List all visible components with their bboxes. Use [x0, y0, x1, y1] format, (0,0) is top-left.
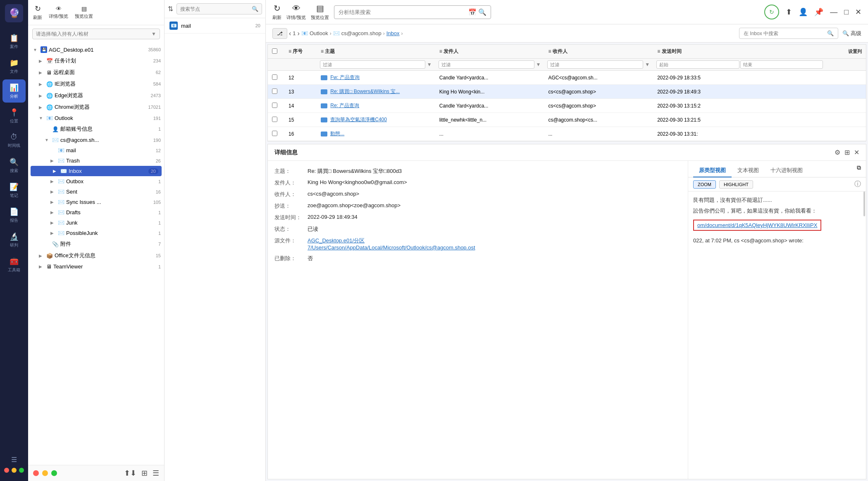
tree-item-sent[interactable]: ▶ ✉️ Sent 16	[28, 187, 164, 197]
tree-item-possible-junk[interactable]: ▶ ✉️ PossibleJunk 1	[28, 228, 164, 238]
table-row[interactable]: 13 Re: 購買□ Bowers&Wilkins 宝... King Ho W…	[268, 85, 866, 99]
detail-close-icon[interactable]: ✕	[854, 148, 859, 156]
sidebar-item-location[interactable]: 📍 位置	[2, 104, 26, 127]
tree-item-attachments[interactable]: ▶ 📎 附件 7	[28, 238, 164, 250]
row-subject[interactable]: Re: 产品查询	[317, 99, 435, 113]
info-icon[interactable]: ⓘ	[854, 180, 861, 189]
filter-recipient-input[interactable]	[547, 60, 643, 69]
breadcrumb-inbox[interactable]: Inbox	[386, 30, 400, 36]
filter-sender-input[interactable]	[439, 60, 534, 69]
expand-icon[interactable]: ▶	[50, 189, 56, 194]
footer-sort-button[interactable]: ⬆⬇	[124, 469, 136, 478]
breadcrumb-next[interactable]: ›	[298, 30, 300, 37]
table-row[interactable]: 12 Fw: 产品查询 Candle Yard<yardca... AGC<cs…	[268, 71, 866, 85]
sidebar-item-files[interactable]: 📁 文件	[2, 55, 26, 78]
filter-time-start-input[interactable]	[656, 60, 739, 69]
pin-icon[interactable]: 📌	[814, 7, 823, 17]
tree-item-agc-desktop[interactable]: ▼ 💾 AGC_Desktop.e01 35860	[28, 44, 164, 55]
main-search-icon[interactable]: 🔍	[478, 8, 486, 16]
highlighted-link[interactable]: om/document/d/1qK5AQleyHjWYK8UWlrKRXlIiP…	[693, 220, 821, 231]
tree-item-outlook[interactable]: ▼ 📧 Outlook 191	[28, 113, 164, 123]
expand-icon[interactable]: ▼	[39, 116, 45, 120]
file-search-dropdown-icon[interactable]: ▼	[151, 31, 156, 37]
main-search-input[interactable]	[339, 9, 468, 15]
tree-item-ie-browser[interactable]: ▶ 🌐 IE浏览器 584	[28, 78, 164, 90]
search-result-mail[interactable]: 📧 mail 20	[165, 18, 265, 34]
tree-item-teamviewer[interactable]: ▶ 🖥 TeamViewer 1	[28, 261, 164, 272]
select-all-checkbox[interactable]	[272, 48, 277, 54]
email-subject-link[interactable]: 查詢華為空氣清淨機C400	[330, 117, 387, 122]
refresh-button[interactable]: ↻ 刷新	[33, 4, 42, 21]
source-file-link[interactable]: AGC_Desktop.e01/分区7/Users/Carson/AppData…	[308, 237, 475, 251]
expand-icon[interactable]: ▶	[39, 59, 45, 63]
footer-grid-button[interactable]: ⊞	[141, 469, 148, 478]
email-subject-link[interactable]: Fw: 产品查询	[330, 74, 360, 80]
filter-sender-icon[interactable]: ▼	[536, 62, 541, 67]
expand-icon[interactable]: ▶	[39, 93, 45, 98]
table-row[interactable]: 16 動態... ... ... 2022-09-30 13:31:	[268, 127, 866, 141]
expand-icon[interactable]: ▼	[33, 48, 39, 52]
expand-icon[interactable]: ▶	[39, 254, 45, 258]
sort-icon[interactable]: ⇅	[168, 5, 173, 13]
email-subject-link[interactable]: Re: 产品查询	[330, 103, 359, 108]
tree-item-cs-agcom[interactable]: ▼ ✉️ cs@agcom.sh... 190	[28, 135, 164, 145]
expand-icon[interactable]: ▶	[50, 220, 56, 225]
filter-subject-icon[interactable]: ▼	[427, 62, 432, 67]
table-row[interactable]: 14 Re: 产品查询 Candle Yard<yardca... cs<cs@…	[268, 99, 866, 113]
preview-pos-button[interactable]: ▤ 预览位置	[75, 5, 93, 19]
expand-icon[interactable]: ▶	[39, 105, 45, 110]
tree-item-chrome-browser[interactable]: ▶ 🌐 Chrome浏览器 17021	[28, 101, 164, 113]
tree-item-inbox[interactable]: ▶ ✉️ Inbox 20	[31, 166, 162, 176]
breadcrumb-search-input[interactable]	[744, 31, 827, 36]
file-search-input[interactable]	[36, 31, 151, 37]
expand-icon[interactable]: ▶	[50, 200, 56, 204]
close-icon[interactable]: ✕	[855, 7, 861, 17]
detail-expand-icon[interactable]: ⊞	[844, 148, 850, 156]
sidebar-item-cases[interactable]: 📋 案件	[2, 30, 26, 53]
row-checkbox[interactable]	[272, 131, 277, 136]
expand-icon[interactable]: ▶	[50, 210, 56, 215]
tree-item-junk[interactable]: ▶ ✉️ Junk 1	[28, 218, 164, 228]
detail-preview-button[interactable]: 👁 详情/预览	[49, 5, 68, 19]
dot-green[interactable]	[19, 468, 24, 473]
dot-yellow[interactable]	[12, 468, 17, 473]
sidebar-item-research[interactable]: 🔬 研判	[2, 228, 26, 251]
tree-item-task-plan[interactable]: ▶ 📅 任务计划 234	[28, 55, 164, 67]
preview-pos-main-button[interactable]: ▤ 预览位置	[311, 3, 329, 21]
sidebar-item-report[interactable]: 📄 报告	[2, 203, 26, 227]
sidebar-item-analyze[interactable]: 📊 分析	[2, 79, 26, 103]
sync-status-button[interactable]: ↻	[764, 5, 779, 19]
tab-original-view[interactable]: 原类型视图	[693, 164, 732, 177]
expand-icon[interactable]: ▶	[39, 70, 45, 75]
maximize-icon[interactable]: □	[844, 8, 849, 17]
row-checkbox[interactable]	[272, 74, 277, 80]
content-scrollbar[interactable]	[863, 191, 865, 216]
node-search-box[interactable]: 🔍	[176, 3, 262, 14]
advanced-search-button[interactable]: 🔍 高级	[842, 30, 861, 37]
refresh-main-button[interactable]: ↻ 刷新	[272, 3, 281, 21]
tab-hex-view[interactable]: 十六进制视图	[765, 164, 808, 177]
breadcrumb-search-box[interactable]: 🔍	[739, 28, 838, 39]
filter-recipient-icon[interactable]: ▼	[645, 62, 650, 67]
main-search-box[interactable]: 📅 🔍	[334, 5, 491, 19]
sidebar-item-timeline[interactable]: ⏱ 时间线	[2, 129, 26, 152]
footer-dot-green[interactable]	[51, 470, 57, 476]
node-search-input[interactable]	[180, 6, 252, 12]
row-subject[interactable]: Re: 購買□ Bowers&Wilkins 宝...	[317, 85, 435, 99]
file-search-box[interactable]: ▼	[32, 29, 160, 39]
expand-view-icon[interactable]: ⧉	[857, 164, 861, 177]
sidebar-item-search[interactable]: 🔍 搜索	[2, 154, 26, 177]
highlight-tab-button[interactable]: HIGHLIGHT	[719, 180, 753, 189]
breadcrumb-prev[interactable]: ‹	[289, 30, 291, 37]
zoom-tab-button[interactable]: ZOOM	[693, 180, 716, 189]
footer-list-button[interactable]: ☰	[153, 469, 159, 478]
filter-subject-input[interactable]	[320, 60, 425, 69]
tab-text-view[interactable]: 文本视图	[732, 164, 765, 177]
breadcrumb-search-icon[interactable]: 🔍	[827, 30, 834, 36]
row-checkbox[interactable]	[272, 89, 277, 94]
tree-item-edge-browser[interactable]: ▶ 🌐 Edge浏览器 2473	[28, 90, 164, 101]
expand-icon-inbox[interactable]: ▶	[53, 169, 59, 173]
row-subject[interactable]: Fw: 产品查询	[317, 71, 435, 85]
tree-item-remote-desktop[interactable]: ▶ 🖥 远程桌面 62	[28, 67, 164, 78]
tree-item-mail[interactable]: ▶ 📧 mail 12	[28, 145, 164, 156]
